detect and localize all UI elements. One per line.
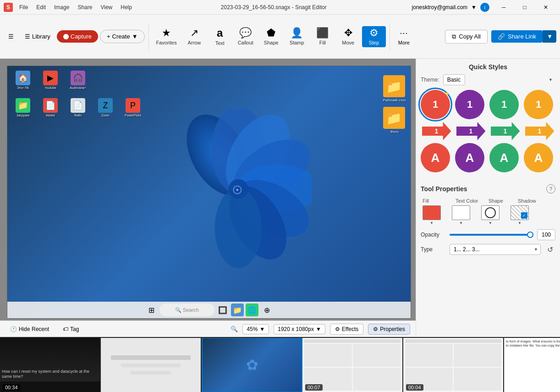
tool-fill[interactable]: ⬛ Fill bbox=[311, 26, 335, 47]
svg-point-10 bbox=[236, 189, 238, 191]
hamburger-button[interactable]: ☰ bbox=[4, 30, 18, 43]
properties-button[interactable]: ⚙ Properties bbox=[368, 324, 410, 335]
step-icon: ⚙ bbox=[369, 28, 379, 38]
effects-button[interactable]: ⚙ Effects bbox=[330, 324, 363, 335]
tool-shape[interactable]: ⬟ Shape bbox=[259, 26, 283, 47]
taskbar-icon-3[interactable]: 🌐 bbox=[246, 304, 258, 316]
tool-properties-help-button[interactable]: ? bbox=[546, 184, 555, 193]
style-circle-1[interactable]: 1 ★ bbox=[421, 90, 450, 119]
zoom-dropdown[interactable]: 45% ▼ bbox=[242, 324, 269, 334]
thumbnail-6[interactable]: to form of images. What ensures is that … bbox=[504, 337, 560, 392]
style-circle-3[interactable]: 1 bbox=[489, 90, 519, 119]
fill-col-label: Fill bbox=[423, 198, 448, 204]
dimensions-dropdown[interactable]: 1920 x 1080px ▼ bbox=[274, 324, 325, 334]
style-letter-3[interactable]: A bbox=[489, 143, 519, 172]
title-bar: S File Edit Image Share View Help 2023-0… bbox=[0, 0, 560, 15]
thumbnail-5[interactable]: 00:04 bbox=[403, 337, 504, 392]
thumbnail-1[interactable]: How can I reset my system and datacycle … bbox=[0, 337, 101, 392]
style-arrow-2[interactable]: 1 bbox=[456, 122, 486, 140]
copy-all-button[interactable]: ⧉ Copy All bbox=[445, 30, 488, 44]
status-left: 🕐 Hide Recent 🏷 Tag bbox=[5, 324, 83, 334]
share-link-dropdown-button[interactable]: ▼ bbox=[543, 30, 556, 43]
style-letter-2[interactable]: A bbox=[455, 143, 484, 172]
callout-icon: 💬 bbox=[239, 28, 252, 38]
taskbar-start[interactable]: ⊞ bbox=[145, 304, 158, 316]
more-button[interactable]: ⋯ More bbox=[394, 26, 414, 47]
taskbar-search[interactable]: 🔍 Search bbox=[159, 304, 214, 316]
style-letter-1[interactable]: A bbox=[421, 143, 450, 172]
style-circle-2[interactable]: 1 bbox=[455, 90, 484, 119]
zoom-value: 45% bbox=[247, 326, 258, 332]
taskbar-icon-2[interactable]: 📁 bbox=[231, 304, 244, 316]
style-arrow-4[interactable]: 1 bbox=[525, 122, 555, 140]
tag-button[interactable]: 🏷 Tag bbox=[58, 324, 83, 334]
taskbar-icon-4[interactable]: ⊕ bbox=[260, 304, 273, 316]
menu-view[interactable]: View bbox=[97, 3, 116, 11]
shape-button[interactable]: ▼ bbox=[479, 205, 501, 226]
share-link-label: Share Link bbox=[508, 33, 536, 40]
style-letter-4[interactable]: A bbox=[524, 143, 553, 172]
shape-arrow-icon: ▼ bbox=[489, 221, 492, 225]
tool-text[interactable]: a Text bbox=[208, 26, 232, 48]
fill-color-button[interactable]: ▼ bbox=[421, 205, 443, 226]
folder-icon-1[interactable]: 📁 bbox=[383, 75, 405, 97]
thumbnail-3[interactable]: ✿ bbox=[202, 337, 302, 392]
tool-move[interactable]: ✥ Move bbox=[336, 26, 360, 47]
letter-styles-grid: A A A A bbox=[421, 143, 555, 172]
canvas-image[interactable]: 🏠Этот ПК ▶Youtube 🎧Audirvana+ 📁Загрузки … bbox=[7, 66, 411, 319]
user-email[interactable]: jonesktroy@gmail.com bbox=[412, 4, 468, 11]
tool-step[interactable]: ⚙ Step bbox=[362, 26, 386, 47]
circle-styles-grid: 1 ★ 1 1 1 bbox=[421, 90, 555, 119]
shape-col-label: Shape bbox=[489, 198, 514, 204]
close-button[interactable]: ✕ bbox=[535, 0, 556, 15]
taskbar-icon-1[interactable]: 🔲 bbox=[216, 304, 229, 316]
type-select[interactable]: 1... 2... 3... bbox=[450, 244, 541, 255]
library-label: Library bbox=[32, 33, 50, 40]
style-arrow-1[interactable]: 1 bbox=[422, 122, 451, 140]
text-color-button[interactable]: ▼ bbox=[450, 205, 472, 226]
style-arrow-3[interactable]: 1 bbox=[491, 122, 520, 140]
capture-button[interactable]: Capture bbox=[57, 30, 98, 43]
menu-edit[interactable]: Edit bbox=[33, 3, 49, 11]
style-star-icon: ★ bbox=[445, 91, 449, 96]
svg-point-8 bbox=[229, 179, 248, 199]
tool-stamp[interactable]: 👤 Stamp bbox=[285, 26, 309, 47]
shadow-button[interactable]: ✓ ▼ bbox=[509, 205, 531, 226]
share-link-button[interactable]: 🔗 Share Link bbox=[491, 30, 543, 43]
window-controls: ─ □ ✕ bbox=[493, 0, 556, 15]
folder-icon-2[interactable]: 📁 bbox=[383, 107, 405, 129]
text-color-arrow-icon: ▼ bbox=[459, 221, 463, 225]
dropdown-icon[interactable]: ▼ bbox=[471, 4, 477, 11]
fill-label: Fill bbox=[319, 40, 326, 45]
tool-arrow[interactable]: ↗ Arrow bbox=[182, 26, 206, 47]
library-button[interactable]: ☰ Library bbox=[20, 30, 55, 43]
create-button[interactable]: + Create ▼ bbox=[100, 30, 145, 43]
thumbnail-4[interactable]: 00:07 bbox=[302, 337, 403, 392]
tool-callout[interactable]: 💬 Callout bbox=[234, 26, 258, 47]
move-icon: ✥ bbox=[344, 28, 352, 38]
thumbnail-2[interactable] bbox=[101, 337, 202, 392]
fill-icon: ⬛ bbox=[316, 28, 329, 38]
menu-file[interactable]: File bbox=[16, 3, 32, 11]
desktop-screenshot: 🏠Этот ПК ▶Youtube 🎧Audirvana+ 📁Загрузки … bbox=[7, 66, 411, 318]
desktop-icon: 📄Adobe bbox=[39, 98, 61, 122]
minimize-button[interactable]: ─ bbox=[493, 0, 514, 15]
tag-label: Tag bbox=[70, 326, 79, 332]
folder-label-2: Фото bbox=[383, 130, 406, 134]
theme-select[interactable]: Basic bbox=[443, 74, 465, 85]
menu-share[interactable]: Share bbox=[74, 3, 96, 11]
opacity-slider[interactable] bbox=[450, 234, 533, 236]
taskbar: ⊞ 🔍 Search 🔲 📁 🌐 ⊕ bbox=[7, 302, 411, 318]
style-circle-4[interactable]: 1 bbox=[524, 90, 553, 119]
menu-help[interactable]: Help bbox=[117, 3, 136, 11]
menu-image[interactable]: Image bbox=[50, 3, 73, 11]
tool-properties-title: Tool Properties bbox=[421, 185, 467, 193]
type-reset-button[interactable]: ↺ bbox=[544, 244, 555, 255]
hide-recent-button[interactable]: 🕐 Hide Recent bbox=[5, 324, 54, 334]
opacity-value-input[interactable]: 100 bbox=[537, 229, 555, 240]
quick-styles-title: Quick Styles bbox=[421, 63, 555, 71]
style-number: 1 bbox=[467, 99, 472, 110]
tool-favorites[interactable]: ★ Favorites bbox=[153, 26, 181, 47]
color-swatches-row: ▼ ▼ ▼ ✓ ▼ bbox=[421, 205, 555, 226]
maximize-button[interactable]: □ bbox=[514, 0, 535, 15]
